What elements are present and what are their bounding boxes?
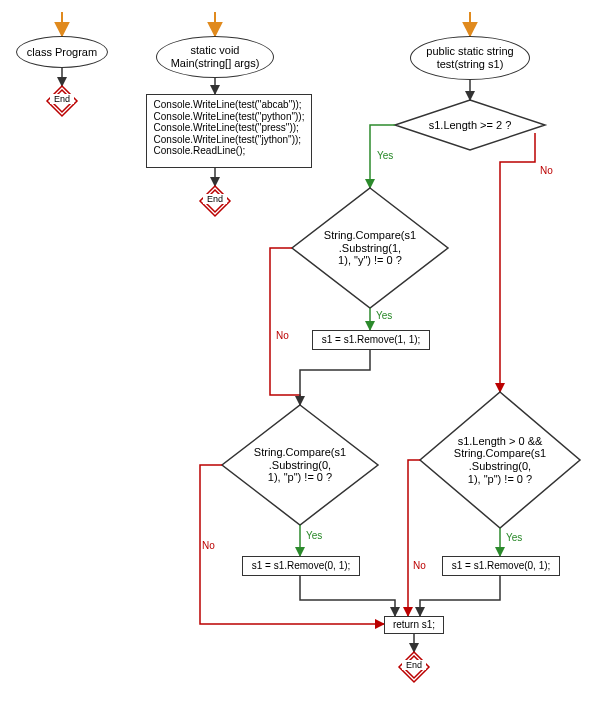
edge-label-yes: Yes (376, 310, 392, 321)
process-remove-0-1-left: s1 = s1.Remove(0, 1); (242, 556, 360, 576)
edge-label-no: No (202, 540, 215, 551)
decision-length-ge-2: s1.Length >= 2 ? (410, 112, 530, 138)
end-node-col1-label: End (50, 94, 74, 104)
decision-compare-p-left: String.Compare(s1 .Substring(0, 1), "p")… (236, 437, 364, 493)
entry-label: static void Main(string[] args) (171, 44, 260, 69)
process-return-s1: return s1; (384, 616, 444, 634)
edge-label-yes: Yes (506, 532, 522, 543)
decision-compare-y: String.Compare(s1 .Substring(1, 1), "y")… (306, 220, 434, 276)
entry-label: class Program (27, 46, 97, 59)
code-block: Console.WriteLine(test("abcab")); Consol… (154, 99, 305, 157)
decision-len-and-compare-p: s1.Length > 0 && String.Compare(s1 .Subs… (432, 424, 568, 496)
flowchart: { "col1": { "entry": "class Program", "e… (0, 0, 594, 708)
process-main-body: Console.WriteLine(test("abcab")); Consol… (146, 94, 312, 168)
end-node-col3-label: End (402, 660, 426, 670)
end-node-col2-label: End (203, 194, 227, 204)
edge-label-no: No (413, 560, 426, 571)
entry-class-program: class Program (16, 36, 108, 68)
edge-label-yes: Yes (377, 150, 393, 161)
entry-label: public static string test(string s1) (426, 45, 513, 70)
edge-label-yes: Yes (306, 530, 322, 541)
entry-test-fn: public static string test(string s1) (410, 36, 530, 80)
process-remove-1-1: s1 = s1.Remove(1, 1); (312, 330, 430, 350)
process-remove-0-1-right: s1 = s1.Remove(0, 1); (442, 556, 560, 576)
edge-label-no: No (276, 330, 289, 341)
edge-label-no: No (540, 165, 553, 176)
entry-main: static void Main(string[] args) (156, 36, 274, 78)
